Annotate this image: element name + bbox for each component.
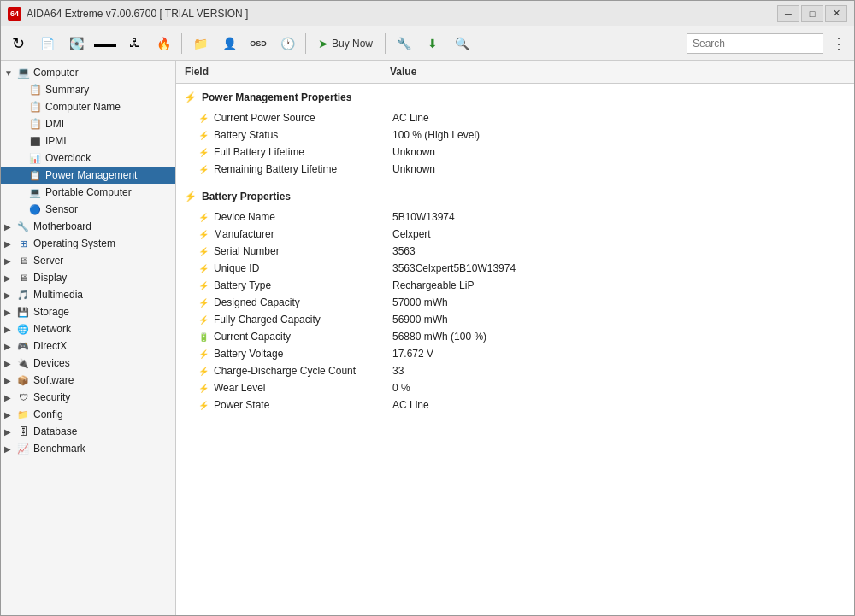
network-button[interactable]: 🖧 [121,30,148,57]
close-button[interactable]: ✕ [825,5,847,22]
sidebar-item-computer[interactable]: ▼ 💻 Computer [1,64,175,81]
row-bat-icon-2: ⚡ [197,227,210,241]
value-power-state: AC Line [389,397,854,413]
sidebar-item-database[interactable]: ▶ 🗄 Database [1,423,175,440]
database-icon: 🗄 [16,425,30,438]
expand-icon-display: ▶ [4,273,16,283]
sidebar-item-power-management[interactable]: 📋 Power Management [1,167,175,184]
sidebar-item-security[interactable]: ▶ 🛡 Security [1,389,175,406]
expand-icon-os: ▶ [4,239,16,249]
row-full-battery-lifetime: ⚡ Full Battery Lifetime Unknown [176,144,854,161]
sidebar-item-ipmi[interactable]: ⬛ IPMI [1,132,175,150]
sidebar-item-overclock[interactable]: 📊 Overclock [1,150,175,167]
computer-name-icon: 📋 [28,100,42,114]
expand-icon-motherboard: ▶ [4,222,16,232]
person-button[interactable]: 👤 [215,30,243,57]
buy-now-button[interactable]: ➤ Buy Now [310,33,380,54]
section-battery: ⚡ Battery Properties [176,185,854,208]
sidebar-item-operating-system[interactable]: ▶ ⊞ Operating System [1,235,175,252]
row-bat-icon-4: ⚡ [197,261,210,275]
value-designed-capacity: 57000 mWh [389,295,854,310]
sidebar-item-network[interactable]: ▶ 🌐 Network [1,320,175,337]
row-manufacturer: ⚡ Manufacturer Celxpert [176,226,854,243]
expand-icon-software: ▶ [4,376,16,385]
sidebar-label-devices: Devices [33,357,70,369]
display-icon: 🖥 [16,271,30,285]
row-remaining-battery-lifetime: ⚡ Remaining Battery Lifetime Unknown [176,161,854,178]
portable-computer-icon: 💻 [28,185,42,199]
osd-button[interactable]: OSD [245,30,272,57]
sidebar-item-software[interactable]: ▶ 📦 Software [1,372,175,389]
download-button[interactable]: ⬇ [419,30,446,57]
sidebar-item-storage[interactable]: ▶ 💾 Storage [1,303,175,320]
minimize-button[interactable]: ─ [777,5,799,22]
folder-button[interactable]: 📁 [186,30,214,57]
field-full-battery-lifetime: Full Battery Lifetime [214,144,389,160]
sidebar-label-storage: Storage [33,306,69,318]
sidebar-label-power-management: Power Management [45,169,137,181]
sidebar-item-config[interactable]: ▶ 📁 Config [1,406,175,423]
sidebar-item-directx[interactable]: ▶ 🎮 DirectX [1,337,175,355]
clock-button[interactable]: 🕐 [274,30,301,57]
window-title: AIDA64 Extreme v7.00.6700 [ TRIAL VERSIO… [27,8,777,20]
sidebar-item-display[interactable]: ▶ 🖥 Display [1,269,175,286]
expand-icon-directx: ▶ [4,342,16,351]
sidebar-item-dmi[interactable]: 📋 DMI [1,115,175,132]
sidebar-item-computer-name[interactable]: 📋 Computer Name [1,98,175,115]
row-bat-icon-3: ⚡ [197,244,210,258]
value-battery-voltage: 17.672 V [389,346,854,361]
memory-button[interactable]: ▬▬ [91,30,119,57]
sidebar-item-devices[interactable]: ▶ 🔌 Devices [1,355,175,372]
expand-icon-storage: ▶ [4,308,16,317]
report-button[interactable]: 📄 [33,30,61,57]
sidebar-item-multimedia[interactable]: ▶ 🎵 Multimedia [1,286,175,303]
field-fully-charged-capacity: Fully Charged Capacity [214,312,389,327]
more-button[interactable]: ⋮ [827,32,851,56]
disk-button[interactable]: 💽 [62,30,90,57]
row-wear-level: ⚡ Wear Level 0 % [176,379,854,396]
wrench-button[interactable]: 🔧 [390,30,417,57]
row-pm-icon-4: ⚡ [197,162,210,176]
sidebar-item-server[interactable]: ▶ 🖥 Server [1,252,175,269]
field-cycle-count: Charge-Discharge Cycle Count [214,363,389,378]
field-device-name: Device Name [214,209,389,225]
sidebar-item-sensor[interactable]: 🔵 Sensor [1,201,175,218]
sidebar-label-dmi: DMI [45,118,64,130]
sidebar-label-directx: DirectX [33,340,67,352]
dmi-icon: 📋 [28,117,42,131]
field-power-state: Power State [214,397,389,413]
field-battery-voltage: Battery Voltage [214,346,389,361]
sidebar-label-ipmi: IPMI [45,135,67,147]
sidebar-item-benchmark[interactable]: ▶ 📈 Benchmark [1,440,175,457]
maximize-button[interactable]: □ [801,5,823,22]
field-remaining-battery-lifetime: Remaining Battery Lifetime [214,161,389,177]
sidebar-item-summary[interactable]: 📋 Summary [1,81,175,98]
sidebar-item-motherboard[interactable]: ▶ 🔧 Motherboard [1,218,175,235]
overclock-icon: 📊 [28,151,42,165]
row-serial-number: ⚡ Serial Number 3563 [176,243,854,260]
value-current-capacity: 56880 mWh (100 %) [389,329,854,344]
row-designed-capacity: ⚡ Designed Capacity 57000 mWh [176,294,854,311]
flame-button[interactable]: 🔥 [150,30,177,57]
row-device-name: ⚡ Device Name 5B10W13974 [176,208,854,226]
field-current-capacity: Current Capacity [214,329,389,344]
sidebar-label-motherboard: Motherboard [33,220,91,232]
sidebar-label-database: Database [33,425,77,437]
os-icon: ⊞ [16,237,30,250]
toolbar: ↻ 📄 💽 ▬▬ 🖧 🔥 📁 👤 OSD 🕐 ➤ Buy Now 🔧 ⬇ 🔍 ⋮ [1,26,854,61]
row-bat-icon-11: ⚡ [197,381,210,395]
ipmi-icon: ⬛ [28,134,42,148]
search-input[interactable] [687,33,823,54]
row-battery-status: ⚡ Battery Status 100 % (High Level) [176,126,854,144]
section-battery-icon: ⚡ [183,190,197,203]
row-bat-icon-8: 🔋 [197,330,210,343]
refresh-button[interactable]: ↻ [4,30,32,57]
sidebar-label-computer: Computer [33,67,79,79]
row-fully-charged-capacity: ⚡ Fully Charged Capacity 56900 mWh [176,311,854,328]
benchmark-icon: 📈 [16,442,30,455]
value-wear-level: 0 % [389,380,854,396]
search-button[interactable]: 🔍 [448,30,475,57]
sidebar-label-config: Config [33,408,63,420]
expand-icon-security: ▶ [4,393,16,402]
sidebar-item-portable-computer[interactable]: 💻 Portable Computer [1,184,175,201]
